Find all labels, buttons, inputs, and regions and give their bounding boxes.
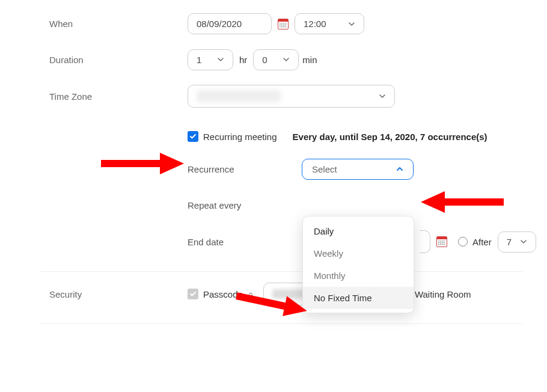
after-occurrences-select[interactable]: 7 — [498, 231, 536, 253]
waiting-room-label: Waiting Room — [415, 289, 471, 299]
recurrence-placeholder: Select — [312, 164, 337, 174]
timezone-label: Time Zone — [49, 91, 188, 102]
time-select[interactable]: 12:00 — [295, 13, 364, 34]
security-label: Security — [49, 289, 188, 299]
passcode-label: Passcode — [203, 289, 243, 299]
recurring-summary: Every day, until Sep 14, 2020, 7 occurre… — [293, 132, 487, 142]
date-input[interactable]: 08/09/2020 — [188, 13, 272, 34]
lock-icon — [248, 291, 254, 297]
timezone-select[interactable] — [188, 85, 395, 108]
dropdown-item-monthly[interactable]: Monthly — [303, 265, 414, 287]
duration-mins-value: 0 — [262, 55, 267, 65]
after-radio[interactable] — [458, 237, 468, 247]
duration-mins-select[interactable]: 0 — [253, 49, 299, 70]
dropdown-item-daily[interactable]: Daily — [303, 220, 414, 242]
when-label: When — [49, 19, 188, 29]
date-value: 08/09/2020 — [197, 19, 242, 29]
recurrence-label: Recurrence — [188, 164, 302, 174]
recurrence-dropdown[interactable]: Daily Weekly Monthly No Fixed Time — [302, 216, 414, 313]
hours-unit: hr — [239, 55, 247, 65]
chevron-down-icon — [371, 93, 386, 100]
time-value: 12:00 — [304, 19, 326, 29]
calendar-icon[interactable] — [278, 19, 289, 29]
duration-label: Duration — [49, 55, 188, 65]
chevron-down-icon — [513, 238, 527, 245]
divider — [41, 271, 523, 272]
chevron-down-icon — [210, 56, 224, 63]
calendar-icon[interactable] — [436, 236, 447, 247]
after-label: After — [472, 237, 492, 247]
svg-rect-0 — [248, 295, 253, 299]
end-date-right-edge[interactable] — [420, 230, 430, 253]
divider — [41, 323, 523, 324]
chevron-up-icon — [396, 164, 403, 174]
chevron-down-icon — [341, 20, 355, 28]
recurring-label: Recurring meeting — [203, 132, 277, 142]
duration-hours-select[interactable]: 1 — [188, 49, 233, 70]
recurrence-select[interactable]: Select — [302, 159, 414, 180]
timezone-value-redacted — [197, 90, 281, 102]
dropdown-item-weekly[interactable]: Weekly — [303, 242, 414, 265]
duration-hours-value: 1 — [197, 55, 201, 65]
repeat-every-label: Repeat every — [188, 200, 302, 210]
end-date-label: End date — [188, 237, 302, 247]
after-value: 7 — [507, 237, 512, 247]
mins-unit: min — [302, 55, 317, 65]
recurring-checkbox[interactable] — [188, 131, 198, 142]
chevron-down-icon — [275, 56, 290, 63]
passcode-checkbox — [188, 289, 198, 299]
dropdown-item-no-fixed-time[interactable]: No Fixed Time — [303, 287, 414, 309]
